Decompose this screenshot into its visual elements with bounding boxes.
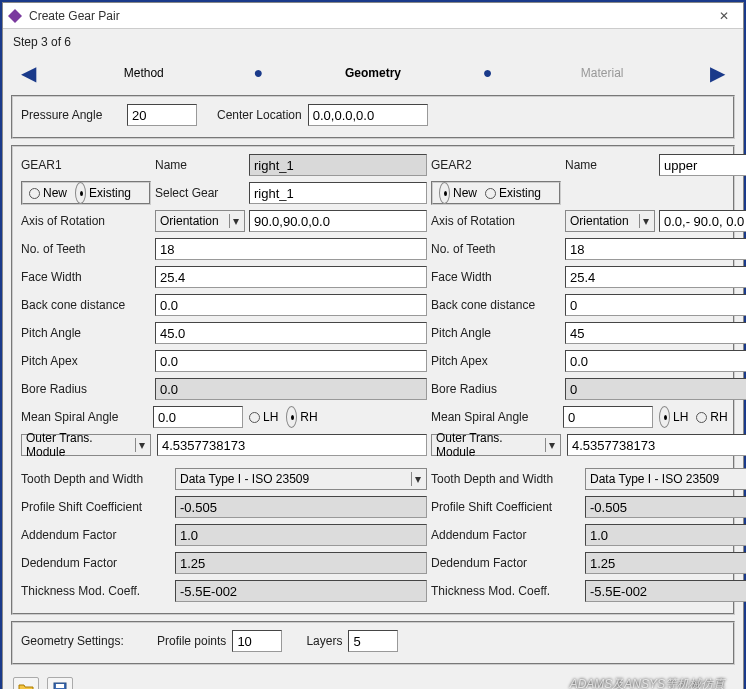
gear1-profileshift-input[interactable] [175,496,427,518]
gear1-mode-group: New Existing [21,181,151,205]
gear2-module-type-select[interactable]: Outer Trans. Module▾ [431,434,561,456]
gear1-orientation-select[interactable]: Orientation▾ [155,210,245,232]
gear2-profileshift-label: Profile Shift Coefficient [431,500,581,514]
gear2-pitchangle-input[interactable] [565,322,746,344]
gear1-pitchapex-label: Pitch Apex [21,354,151,368]
gear1-addendum-label: Addendum Factor [21,528,171,542]
chevron-down-icon: ▾ [545,438,558,452]
gear2-teeth-input[interactable] [565,238,746,260]
gear2-bore-input[interactable] [565,378,746,400]
pressure-angle-input[interactable] [127,104,197,126]
gear2-header: GEAR2 [431,158,561,172]
gear2-facewidth-label: Face Width [431,270,561,284]
profile-points-input[interactable] [232,630,282,652]
gear2-name-label: Name [565,158,655,172]
gear1-pitchapex-input[interactable] [155,350,427,372]
gear1-addendum-input[interactable] [175,524,427,546]
chevron-down-icon: ▾ [229,214,242,228]
tab-geometry[interactable]: Geometry [277,64,469,82]
gear2-pitchapex-input[interactable] [565,350,746,372]
gears-frame: GEAR1 Name New Existing Select Gear Axis… [11,145,735,615]
open-button[interactable] [13,677,39,689]
gear2-rh[interactable]: RH [696,410,727,424]
gear2-toothdepth-label: Tooth Depth and Width [431,472,581,486]
pressure-angle-label: Pressure Angle [21,108,121,122]
wizard-prev[interactable]: ◀ [13,61,44,85]
svg-rect-2 [56,684,64,688]
gear2-pitchangle-label: Pitch Angle [431,326,561,340]
gear2-mode-new[interactable]: New [439,182,477,204]
center-location-input[interactable] [308,104,428,126]
gear1-thickness-input[interactable] [175,580,427,602]
gear1-spiral-input[interactable] [153,406,243,428]
gear2-pitchapex-label: Pitch Apex [431,354,561,368]
gear2-facewidth-input[interactable] [565,266,746,288]
gear1-backcone-input[interactable] [155,294,427,316]
gear1-toothdepth-label: Tooth Depth and Width [21,472,171,486]
gear2-orientation-select[interactable]: Orientation▾ [565,210,655,232]
step-label: Step 3 of 6 [3,29,743,55]
gear2-thickness-label: Thickness Mod. Coeff. [431,584,581,598]
gear1-profileshift-label: Profile Shift Coefficient [21,500,171,514]
gear2-column: GEAR2 Name New Existing Axis of Rotation… [431,153,746,607]
open-folder-icon [18,682,34,689]
wizard-next[interactable]: ▶ [702,61,733,85]
gear1-lh[interactable]: LH [249,410,278,424]
top-frame: Pressure Angle Center Location [11,95,735,139]
gear1-column: GEAR1 Name New Existing Select Gear Axis… [21,153,427,607]
gear1-select-gear-label: Select Gear [155,186,245,200]
gear1-rh[interactable]: RH [286,406,317,428]
chevron-down-icon: ▾ [639,214,652,228]
gear1-name-input[interactable] [249,154,427,176]
step-dot-1: ● [244,64,274,82]
gear1-dedendum-input[interactable] [175,552,427,574]
gear2-orientation-input[interactable] [659,210,746,232]
gear2-teeth-label: No. of Teeth [431,242,561,256]
gear2-backcone-input[interactable] [565,294,746,316]
gear2-mode-existing[interactable]: Existing [485,186,541,200]
gear2-lh[interactable]: LH [659,406,688,428]
gear1-facewidth-label: Face Width [21,270,151,284]
gear1-bore-label: Bore Radius [21,382,151,396]
gear2-thickness-input[interactable] [585,580,746,602]
gear1-module-type-select[interactable]: Outer Trans. Module▾ [21,434,151,456]
gear1-pitchangle-label: Pitch Angle [21,326,151,340]
gear2-module-input[interactable] [567,434,746,456]
gear2-datatype-select[interactable]: Data Type I - ISO 23509▾ [585,468,746,490]
save-button[interactable] [47,677,73,689]
gear2-dedendum-input[interactable] [585,552,746,574]
gear1-spiral-label: Mean Spiral Angle [21,410,147,424]
gear2-spiral-input[interactable] [563,406,653,428]
gear1-mode-new[interactable]: New [29,186,67,200]
gear1-teeth-input[interactable] [155,238,427,260]
profile-points-label: Profile points [157,634,226,648]
gear1-module-input[interactable] [157,434,427,456]
gear2-profileshift-input[interactable] [585,496,746,518]
gear1-orientation-input[interactable] [249,210,427,232]
close-button[interactable]: ✕ [709,7,739,25]
bottom-toolbar: ADAMS及ANSYS等机械仿真 [3,671,743,689]
layers-input[interactable] [348,630,398,652]
gear1-teeth-label: No. of Teeth [21,242,151,256]
tab-method[interactable]: Method [48,64,240,82]
window-title: Create Gear Pair [29,9,709,23]
geometry-settings-frame: Geometry Settings: Profile points Layers [11,621,735,665]
gear1-thickness-label: Thickness Mod. Coeff. [21,584,171,598]
gear2-mode-group: New Existing [431,181,561,205]
gear1-datatype-select[interactable]: Data Type I - ISO 23509▾ [175,468,427,490]
gear2-backcone-label: Back cone distance [431,298,561,312]
gear1-bore-input[interactable] [155,378,427,400]
titlebar: Create Gear Pair ✕ [3,3,743,29]
gear2-name-input[interactable] [659,154,746,176]
gear1-backcone-label: Back cone distance [21,298,151,312]
gear1-name-label: Name [155,158,245,172]
gear1-dedendum-label: Dedendum Factor [21,556,171,570]
gear1-pitchangle-input[interactable] [155,322,427,344]
center-location-label: Center Location [217,108,302,122]
watermark-text: ADAMS及ANSYS等机械仿真 [570,676,725,689]
gear1-select-gear-input[interactable] [249,182,427,204]
gear1-facewidth-input[interactable] [155,266,427,288]
gear2-addendum-input[interactable] [585,524,746,546]
gear2-bore-label: Bore Radius [431,382,561,396]
gear1-mode-existing[interactable]: Existing [75,182,131,204]
